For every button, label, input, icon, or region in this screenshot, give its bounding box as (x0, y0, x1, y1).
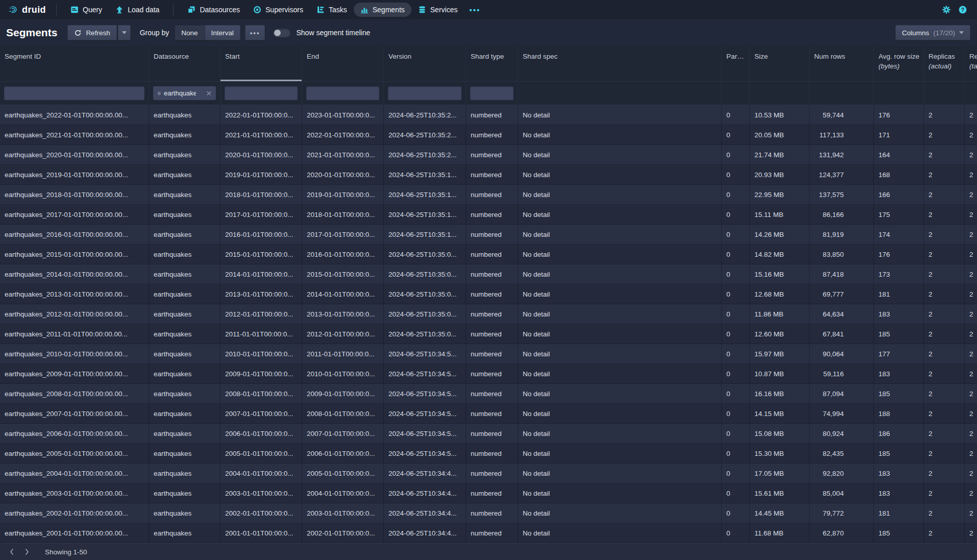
cell-start: 2004-01-01T00:00:0... (221, 464, 302, 483)
table-row[interactable]: earthquakes_2016-01-01T00:00:00.00... ea… (0, 225, 977, 245)
cell-end: 2019-01-01T00:00:0... (302, 185, 384, 205)
cell-shard-spec: No detail (518, 105, 722, 125)
cell-replicas: 2 (924, 225, 965, 245)
cell-version: 2024-06-25T10:34:5... (384, 444, 466, 464)
nav-item-datasources[interactable]: Datasources (181, 3, 247, 17)
cell-num-rows: 86,166 (810, 205, 874, 225)
table-header-row: Segment ID Datasource Start End Version … (0, 46, 977, 82)
refresh-button[interactable]: Refresh (67, 25, 116, 40)
col-header-segment-id[interactable]: Segment ID (0, 46, 149, 81)
col-header-shard-type[interactable]: Shard type (466, 46, 518, 81)
table-row[interactable]: earthquakes_2013-01-01T00:00:00.00... ea… (0, 284, 977, 304)
filter-end-input[interactable] (306, 86, 379, 100)
table-row[interactable]: earthquakes_2015-01-01T00:00:00.00... ea… (0, 245, 977, 264)
filter-start-input[interactable] (225, 86, 298, 100)
table-row[interactable]: earthquakes_2020-01-01T00:00:00.00... ea… (0, 145, 977, 165)
cell-start: 2022-01-01T00:00:0... (221, 105, 302, 125)
col-header-num-rows[interactable]: Num rows (810, 46, 874, 81)
table-row[interactable]: earthquakes_2009-01-01T00:00:00.00... ea… (0, 364, 977, 384)
col-header-replication-factor[interactable]: Replication factor (target) (965, 46, 977, 81)
cell-start: 2016-01-01T00:00:0... (221, 225, 302, 245)
col-header-label: Avg. row size (878, 53, 919, 60)
cell-datasource: earthquakes (149, 364, 221, 384)
cell-datasource: earthquakes (149, 225, 221, 245)
cell-shard-spec: No detail (518, 225, 722, 245)
table-row[interactable]: earthquakes_2001-01-01T00:00:00.00... ea… (0, 523, 977, 543)
cell-avg-row-size: 181 (874, 503, 924, 523)
nav-more-button[interactable]: ••• (464, 3, 485, 17)
cell-segment-id: earthquakes_2003-01-01T00:00:00.00... (0, 483, 149, 503)
toolbar-more-button[interactable]: ••• (245, 25, 265, 40)
table-row[interactable]: earthquakes_2021-01-01T00:00:00.00... ea… (0, 125, 977, 145)
nav-item-label: Segments (373, 6, 405, 14)
col-header-size[interactable]: Size (750, 46, 810, 81)
table-row[interactable]: earthquakes_2011-01-01T00:00:00.00... ea… (0, 324, 977, 344)
help-icon[interactable]: ? (959, 6, 967, 14)
cell-replicas: 2 (924, 165, 965, 185)
col-header-end[interactable]: End (302, 46, 384, 81)
table-row[interactable]: earthquakes_2005-01-01T00:00:00.00... ea… (0, 444, 977, 464)
table-row[interactable]: earthquakes_2012-01-01T00:00:00.00... ea… (0, 304, 977, 324)
cell-start: 2008-01-01T00:00:0... (221, 384, 302, 404)
cell-shard-type: numbered (466, 284, 518, 304)
cell-end: 2021-01-01T00:00:0... (302, 145, 384, 165)
cell-size: 12.60 MB (750, 324, 810, 344)
filter-cell-empty (518, 82, 722, 105)
paging-status: Showing 1-50 (45, 548, 87, 556)
remove-filter-icon[interactable]: ✕ (206, 90, 212, 97)
col-header-start[interactable]: Start (221, 46, 302, 81)
nav-item-label: Supervisors (265, 6, 303, 14)
table-row[interactable]: earthquakes_2018-01-01T00:00:00.00... ea… (0, 185, 977, 205)
table-row[interactable]: earthquakes_2003-01-01T00:00:00.00... ea… (0, 483, 977, 503)
filter-segment-id-input[interactable] (4, 86, 144, 100)
table-row[interactable]: earthquakes_2006-01-01T00:00:00.00... ea… (0, 424, 977, 444)
cell-segment-id: earthquakes_2017-01-01T00:00:00.00... (0, 205, 149, 225)
toggle-knob (274, 30, 281, 36)
nav-item-services[interactable]: Services (411, 3, 465, 17)
datasource-filter-chip[interactable]: ≡ earthquakes ✕ (153, 86, 216, 100)
filter-version-input[interactable] (388, 86, 461, 100)
table-row[interactable]: earthquakes_2010-01-01T00:00:00.00... ea… (0, 344, 977, 364)
druid-logo[interactable]: druid (9, 5, 46, 15)
gear-icon[interactable] (942, 6, 950, 14)
group-by-none-button[interactable]: None (175, 25, 204, 40)
columns-button[interactable]: Columns (17/20) (895, 25, 970, 40)
table-row[interactable]: earthquakes_2014-01-01T00:00:00.00... ea… (0, 264, 977, 284)
table-row[interactable]: earthquakes_2002-01-01T00:00:00.00... ea… (0, 503, 977, 523)
filter-shard-type-input[interactable] (470, 86, 514, 100)
cell-num-rows: 117,133 (810, 125, 874, 145)
table-row[interactable]: earthquakes_2004-01-01T00:00:00.00... ea… (0, 464, 977, 483)
col-header-replicas[interactable]: Replicas (actual) (924, 46, 965, 81)
col-header-partition[interactable]: Partition (722, 46, 750, 81)
nav-item-segments[interactable]: Segments (354, 3, 411, 17)
col-header-avg-row-size[interactable]: Avg. row size (bytes) (874, 46, 924, 81)
prev-page-button[interactable] (4, 545, 19, 558)
table-row[interactable]: earthquakes_2007-01-01T00:00:00.00... ea… (0, 404, 977, 424)
col-header-version[interactable]: Version (384, 46, 466, 81)
cell-replication-factor: 2 (965, 324, 977, 344)
table-row[interactable]: earthquakes_2022-01-01T00:00:00.00... ea… (0, 105, 977, 125)
next-page-button[interactable] (19, 545, 35, 558)
nav-item-tasks[interactable]: Tasks (310, 3, 354, 17)
nav-item-query[interactable]: Query (64, 3, 109, 17)
refresh-menu-button[interactable] (118, 25, 131, 40)
col-header-datasource[interactable]: Datasource (149, 46, 221, 81)
nav-divider (173, 4, 174, 15)
logo-text: druid (22, 5, 46, 15)
cell-end: 2022-01-01T00:00:0... (302, 125, 384, 145)
cell-segment-id: earthquakes_2019-01-01T00:00:00.00... (0, 165, 149, 185)
table-row[interactable]: earthquakes_2008-01-01T00:00:00.00... ea… (0, 384, 977, 404)
segment-timeline-toggle[interactable] (273, 29, 290, 37)
cell-size: 20.93 MB (750, 165, 810, 185)
cell-replication-factor: 2 (965, 284, 977, 304)
col-header-shard-spec[interactable]: Shard spec (518, 46, 722, 81)
cell-replicas: 2 (924, 284, 965, 304)
cell-replicas: 2 (924, 125, 965, 145)
cell-version: 2024-06-25T10:35:1... (384, 205, 466, 225)
nav-item-supervisors[interactable]: Supervisors (247, 3, 310, 17)
group-by-interval-button[interactable]: Interval (205, 25, 240, 40)
cell-avg-row-size: 185 (874, 523, 924, 543)
table-row[interactable]: earthquakes_2019-01-01T00:00:00.00... ea… (0, 165, 977, 185)
nav-item-load-data[interactable]: Load data (109, 3, 166, 17)
table-row[interactable]: earthquakes_2017-01-01T00:00:00.00... ea… (0, 205, 977, 225)
